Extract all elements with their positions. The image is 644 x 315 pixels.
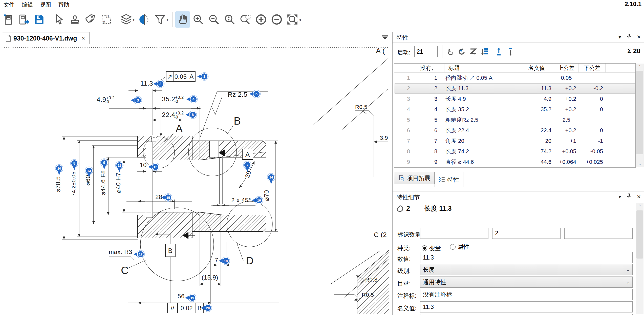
id-count-input-3[interactable] [564,228,633,239]
balloon-tag-button[interactable] [83,11,98,28]
select-field-4[interactable]: 长度⌄ [420,264,633,275]
panel-close-icon[interactable]: ✕ [637,194,641,200]
document-tab-close-icon[interactable]: × [81,35,86,42]
balloon-1[interactable]: 1 [197,73,208,81]
input-field-7[interactable]: 11.3 [420,301,633,312]
input-field-3[interactable]: 11.3 [420,252,633,263]
dim-text: D [246,255,254,267]
properties-toolbar: 启动: Σ 20 [393,43,644,63]
dim-text: ⌀44.6 F8 [100,170,106,195]
input-field-8[interactable]: 0.2 [420,314,633,315]
panel-tab-project[interactable]: 项目拓展 [394,172,435,184]
balloon-11[interactable]: 11 [116,162,123,172]
menu-item-3[interactable]: 视图 [36,0,55,9]
zoom-in-button[interactable] [191,11,206,28]
table-row-6[interactable]: 66长度 22.4 22.4+0.20 [394,125,635,136]
balloon-19[interactable]: 19 [185,294,196,302]
balloon-2[interactable]: 2 [153,80,164,88]
radio-变量[interactable]: 变量 [422,244,441,252]
pick-tool-button[interactable] [445,46,456,57]
balloon-10[interactable]: 10 [55,165,63,175]
panel-close-icon[interactable]: ✕ [637,34,641,40]
open-document-icon [17,13,30,26]
select-tool-button[interactable] [52,11,67,28]
dim-text: ⌀40 H7 [115,172,122,193]
menu-item-2[interactable]: 编辑 [18,0,36,9]
id-count-input-2[interactable]: 2 [492,228,561,239]
balloon-15[interactable]: 15 [161,194,172,202]
increase-button[interactable] [254,11,268,28]
balloon-8[interactable]: 8 [71,160,78,170]
zoom-dynamic-button[interactable] [222,11,237,28]
save-button[interactable] [32,11,47,28]
table-row-9[interactable]: 99直径 ⌀ 44.6 44.6+0.064+0.025 [394,157,635,167]
zoom-out-button[interactable] [207,11,221,28]
id-count-input-1[interactable] [420,228,488,239]
mirror-button[interactable] [137,11,152,28]
scroll-up-icon[interactable]: ⌃ [636,203,643,208]
zoom-fit-button[interactable] [285,11,300,28]
scroll-down-icon[interactable]: ⌄ [636,162,644,166]
document-tab[interactable]: 930-1200-406-V1.dwg × [2,32,90,44]
select-field-5[interactable]: 通用特性⌄ [420,277,633,288]
svg-text:18: 18 [224,259,228,263]
partial-region-button[interactable]: 1A [99,11,114,28]
balloon-6[interactable]: 6 [186,111,197,119]
balloon-16[interactable]: 16 [252,196,263,204]
table-row-1[interactable]: 11径向跳动 ↗ 0.05 A 0.05 [394,73,635,83]
panel-dropdown-icon[interactable]: ▾ [618,194,621,200]
drawing-canvas[interactable]: 11.34.9+0.2-035.2+0.2-022.4+0.2-0Rz 2.52… [0,44,392,315]
svg-text:3: 3 [137,98,139,102]
pan-tool-button[interactable] [175,11,190,28]
new-document-button[interactable]: * [1,11,15,28]
panel-pin-icon[interactable] [627,193,631,200]
balloon-14[interactable]: 14 [267,173,275,184]
list-order-button[interactable] [480,46,491,57]
filter-dropdown-icon[interactable]: ▾ [166,17,170,22]
dim-text: C (2 [374,231,387,239]
move-up-button[interactable] [494,46,505,57]
table-row-8[interactable]: 88长度 74.2 74.2+0.05-0.05 [394,146,635,157]
balloon-9[interactable]: 9 [100,159,108,170]
balloon-18[interactable]: 18 [219,257,230,265]
panel-dropdown-icon[interactable]: ▾ [618,34,621,40]
dim-text: 35.2+0.2-0 [162,95,184,104]
sort-path-button[interactable] [468,46,479,57]
renumber-button[interactable] [456,46,467,57]
characteristics-table[interactable]: 没有。标题 名义值上公差 下公差11径向跳动 ↗ 0.05 A 0.0522长度… [394,63,636,168]
layers-dropdown-icon[interactable]: ▾ [133,17,137,22]
move-down-button[interactable] [506,46,517,57]
balloon-4[interactable]: 4 [186,95,198,103]
menu-item-4[interactable]: 帮助 [55,0,73,9]
open-document-button[interactable] [16,11,31,28]
panel-pin-icon[interactable] [627,34,631,40]
input-field-6[interactable]: 没有注释标 [420,289,633,300]
balloon-3[interactable]: 3 [131,96,142,104]
document-icon [5,35,11,42]
stamp-tool-button[interactable] [68,11,82,28]
panel-tab-properties[interactable]: 特性 [435,172,463,187]
table-row-3[interactable]: 33长度 4.9 4.9+0.20 [394,94,635,104]
table-scrollbar[interactable]: ⌃ ⌄ [636,64,644,167]
zoom-window-button[interactable] [238,11,253,28]
filter-button[interactable] [153,11,167,28]
table-row-4[interactable]: 44长度 35.2 35.2+0.20 [394,104,635,115]
balloon-17[interactable]: 17 [134,250,145,258]
datum-label-A: A [245,151,250,158]
table-row-2[interactable]: 22长度 11.3 11.3+0.2-0.2 [394,83,635,94]
zoom-out-icon [208,13,220,26]
radio-属性[interactable]: 属性 [450,243,469,251]
decrease-button[interactable] [269,11,284,28]
balloon-5[interactable]: 5 [249,90,261,98]
start-number-input[interactable] [414,46,438,57]
scroll-up-icon[interactable]: ⌃ [636,65,644,69]
table-row-5[interactable]: 55粗糙度Rz 2.5 2.5 [394,115,635,125]
svg-text:2: 2 [159,82,161,86]
menu-item-1[interactable]: 文件 [0,0,18,9]
table-row-7[interactable]: 77角度 20 20+1-1 [394,136,635,146]
toolbar-collapse-icon[interactable]: ◂ [299,17,303,22]
tab-list-menu-icon[interactable] [382,35,388,40]
details-scrollbar[interactable]: ⌃ [636,203,643,314]
layers-button[interactable] [119,11,134,28]
rotate-icon [457,47,466,56]
